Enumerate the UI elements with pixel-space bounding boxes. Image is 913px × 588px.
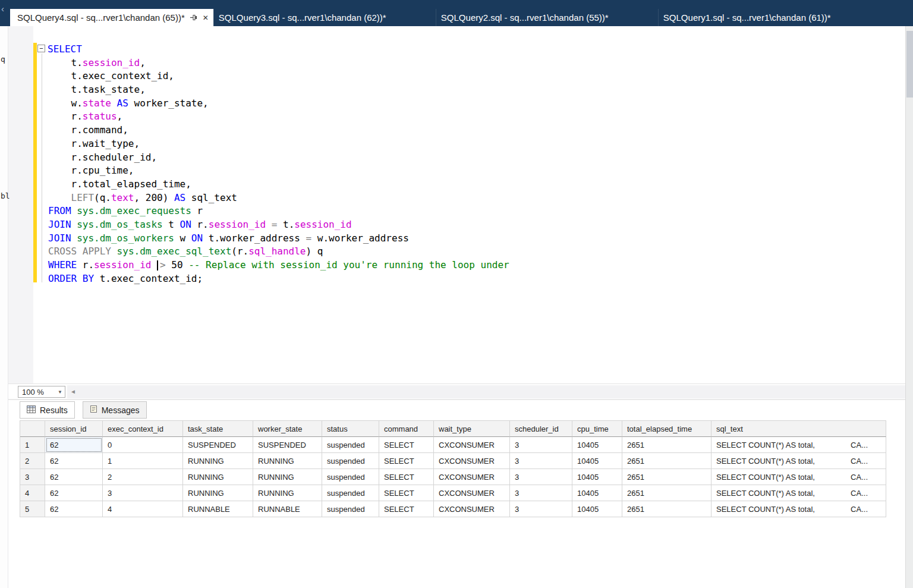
row-number-cell[interactable]: 4 xyxy=(20,485,45,501)
grid-column-header[interactable]: total_elapsed_time xyxy=(622,421,711,437)
grid-cell[interactable]: 0 xyxy=(103,437,183,453)
grid-cell[interactable]: CXCONSUMER xyxy=(434,485,510,501)
tab-label: SQLQuery1.sql - sq...rver1\chandan (61))… xyxy=(663,12,831,23)
grid-cell[interactable]: 4 xyxy=(103,501,183,517)
grid-cell[interactable]: 10405 xyxy=(572,469,622,485)
grid-column-header[interactable]: exec_context_id xyxy=(103,421,183,437)
grid-cell[interactable]: 3 xyxy=(510,453,572,469)
tab-scroll-left-icon[interactable]: ‹ xyxy=(1,4,4,14)
grid-cell[interactable]: 62 xyxy=(45,469,103,485)
grid-cell[interactable]: 10405 xyxy=(572,485,622,501)
grid-cell[interactable]: RUNNING xyxy=(183,453,253,469)
grid-cell[interactable]: 2 xyxy=(103,469,183,485)
grid-cell[interactable]: 3 xyxy=(103,485,183,501)
grid-cell[interactable]: 62 xyxy=(45,453,103,469)
grid-cell[interactable]: 2651 xyxy=(622,485,711,501)
grid-cell[interactable]: SELECT COUNT(*) AS total,CA... xyxy=(711,469,886,485)
grid-column-header[interactable]: cpu_time xyxy=(572,421,622,437)
vertical-scrollbar-thumb[interactable] xyxy=(906,31,913,98)
grid-cell[interactable]: RUNNING xyxy=(253,485,322,501)
grid-cell[interactable]: SELECT COUNT(*) AS total,CA... xyxy=(711,453,886,469)
close-icon[interactable]: ✕ xyxy=(203,14,209,22)
grid-cell[interactable]: CXCONSUMER xyxy=(434,437,510,453)
grid-column-header[interactable]: task_state xyxy=(183,421,253,437)
grid-cell[interactable]: 2651 xyxy=(622,453,711,469)
grid-cell[interactable]: SELECT xyxy=(379,437,434,453)
row-number-cell[interactable]: 5 xyxy=(20,501,45,517)
grid-cell[interactable]: suspended xyxy=(322,453,379,469)
grid-cell[interactable]: 10405 xyxy=(572,437,622,453)
grid-cell[interactable]: SELECT xyxy=(379,453,434,469)
grid-cell[interactable]: 2651 xyxy=(622,501,711,517)
grid-column-header[interactable]: sql_text xyxy=(711,421,886,437)
document-tab-2[interactable]: SQLQuery3.sql - sq...rver1\chandan (62))… xyxy=(213,9,436,26)
sql-code[interactable]: −SELECT t.session_id, t.exec_context_id,… xyxy=(0,43,509,285)
document-tab-1[interactable]: SQLQuery4.sql - sq...rver1\chandan (65))… xyxy=(10,9,213,26)
grid-cell[interactable]: 1 xyxy=(103,453,183,469)
grid-cell[interactable]: 3 xyxy=(510,469,572,485)
pin-icon[interactable] xyxy=(190,14,198,21)
grid-cell[interactable]: 2651 xyxy=(622,437,711,453)
grid-cell[interactable]: 10405 xyxy=(572,501,622,517)
code-token: session_id xyxy=(94,259,151,271)
grid-column-header[interactable]: status xyxy=(322,421,379,437)
grid-column-header[interactable]: wait_type xyxy=(434,421,510,437)
code-token: r.total_elapsed_time, xyxy=(48,178,191,190)
chevron-down-icon[interactable]: ▼ xyxy=(55,389,65,395)
grid-corner-cell[interactable] xyxy=(20,421,45,437)
grid-cell[interactable]: 2651 xyxy=(622,469,711,485)
grid-cell[interactable]: CXCONSUMER xyxy=(434,501,510,517)
grid-cell[interactable]: 62 xyxy=(45,437,103,453)
grid-cell[interactable]: 10405 xyxy=(572,453,622,469)
grid-cell[interactable]: RUNNING xyxy=(253,469,322,485)
code-token xyxy=(48,192,71,203)
grid-cell[interactable]: RUNNABLE xyxy=(183,501,253,517)
scroll-left-arrow-icon[interactable]: ◄ xyxy=(70,388,76,395)
zoom-level-combo[interactable]: 100 % ▼ xyxy=(18,386,65,398)
grid-cell[interactable]: RUNNING xyxy=(183,469,253,485)
grid-cell[interactable]: SELECT xyxy=(379,469,434,485)
document-tab-3[interactable]: SQLQuery2.sql - sq...rver1\chandan (55))… xyxy=(436,9,658,26)
grid-cell[interactable]: SELECT COUNT(*) AS total,CA... xyxy=(711,485,886,501)
grid-cell[interactable]: RUNNING xyxy=(253,453,322,469)
results-tab-results[interactable]: Results xyxy=(20,401,75,419)
grid-cell[interactable]: SUSPENDED xyxy=(183,437,253,453)
grid-cell[interactable]: suspended xyxy=(322,501,379,517)
grid-cell[interactable]: suspended xyxy=(322,437,379,453)
grid-cell[interactable]: CXCONSUMER xyxy=(434,453,510,469)
grid-cell[interactable]: SUSPENDED xyxy=(253,437,322,453)
code-token: worker_state, xyxy=(128,98,209,109)
code-line: FROM sys.dm_exec_requests r xyxy=(48,205,509,218)
grid-cell[interactable]: SELECT xyxy=(379,501,434,517)
grid-cell[interactable]: CXCONSUMER xyxy=(434,469,510,485)
grid-cell[interactable]: 62 xyxy=(45,485,103,501)
tab-label: SQLQuery3.sql - sq...rver1\chandan (62))… xyxy=(219,12,386,23)
left-strip-fragment: q xyxy=(1,55,5,64)
row-number-cell[interactable]: 1 xyxy=(20,437,45,453)
grid-column-header[interactable]: command xyxy=(379,421,434,437)
grid-cell[interactable]: suspended xyxy=(322,469,379,485)
grid-column-header[interactable]: session_id xyxy=(45,421,103,437)
grid-column-header[interactable]: scheduler_id xyxy=(510,421,572,437)
results-tab-messages[interactable]: Messages xyxy=(83,401,147,419)
horizontal-scrollbar[interactable]: ◄ xyxy=(67,385,905,398)
grid-cell[interactable]: SELECT xyxy=(379,485,434,501)
grid-cell[interactable]: RUNNING xyxy=(183,485,253,501)
grid-cell[interactable]: 3 xyxy=(510,437,572,453)
sql-editor[interactable]: −SELECT t.session_id, t.exec_context_id,… xyxy=(0,26,905,383)
grid-cell[interactable]: 3 xyxy=(510,501,572,517)
code-token: SELECT xyxy=(48,43,82,55)
grid-cell[interactable]: 62 xyxy=(45,501,103,517)
grid-column-header[interactable]: worker_state xyxy=(253,421,322,437)
vertical-scrollbar[interactable] xyxy=(905,26,913,588)
row-number-cell[interactable]: 3 xyxy=(20,469,45,485)
row-number-cell[interactable]: 2 xyxy=(20,453,45,469)
fold-collapse-icon[interactable]: − xyxy=(37,45,45,52)
grid-cell[interactable]: SELECT COUNT(*) AS total,CA... xyxy=(711,501,886,517)
grid-cell[interactable]: RUNNABLE xyxy=(253,501,322,517)
document-tab-4[interactable]: SQLQuery1.sql - sq...rver1\chandan (61))… xyxy=(658,9,880,26)
grid-cell[interactable]: 3 xyxy=(510,485,572,501)
code-token: JOIN xyxy=(48,219,71,230)
grid-cell[interactable]: SELECT COUNT(*) AS total,CA... xyxy=(711,437,886,453)
grid-cell[interactable]: suspended xyxy=(322,485,379,501)
